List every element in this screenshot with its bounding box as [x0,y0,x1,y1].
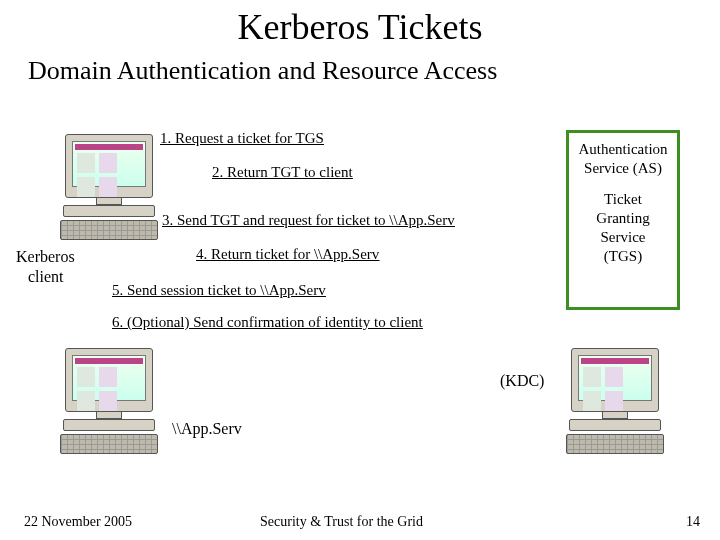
server-tgs-label-4: (TGS) [571,248,675,265]
server-as-label-2: Service (AS) [571,160,675,177]
step-5: 5. Send session ticket to \\App.Serv [112,282,326,299]
client-computer-icon [54,134,164,240]
step-4: 4. Return ticket for \\App.Serv [196,246,379,263]
appserv-label: \\App.Serv [172,420,242,438]
slide-title: Kerberos Tickets [0,6,720,48]
step-2: 2. Return TGT to client [212,164,353,181]
kdc-server-box: Authentication Service (AS) Ticket Grant… [566,130,680,310]
slide-number: 14 [686,514,700,530]
footer-date: 22 November 2005 [24,514,132,530]
client-label-1: Kerberos [16,248,75,266]
server-tgs-label-2: Granting [571,210,675,227]
server-tgs-label-1: Ticket [571,191,675,208]
step-3: 3. Send TGT and request for ticket to \\… [162,212,455,229]
kdc-label: (KDC) [500,372,544,390]
step-6: 6. (Optional) Send confirmation of ident… [112,314,423,331]
appserv-computer-right-icon [560,348,670,454]
server-tgs-label-3: Service [571,229,675,246]
footer-center: Security & Trust for the Grid [260,514,423,530]
step-1: 1. Request a ticket for TGS [160,130,324,147]
appserv-computer-left-icon [54,348,164,454]
slide-subtitle: Domain Authentication and Resource Acces… [28,56,720,86]
client-label-2: client [28,268,64,286]
server-as-label-1: Authentication [571,141,675,158]
